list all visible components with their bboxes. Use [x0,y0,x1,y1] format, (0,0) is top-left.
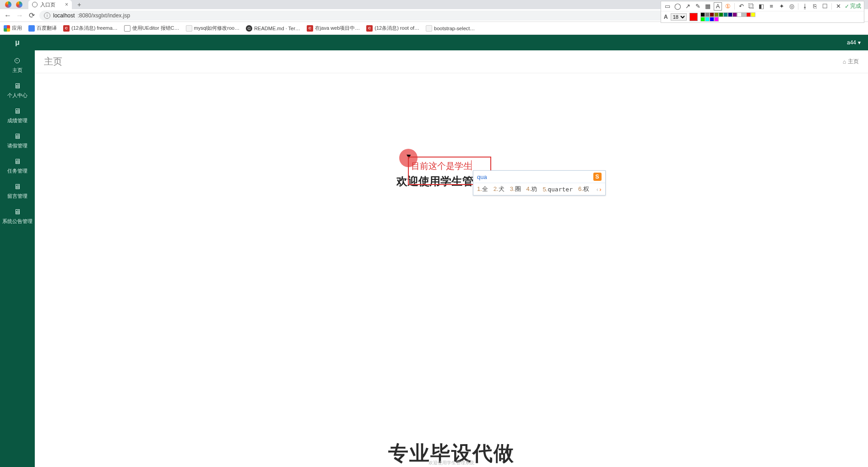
monitor-icon: 🖥 [0,157,35,166]
bookmark-item-6[interactable]: C(12条消息) root of… [366,25,419,32]
forward-button[interactable]: → [16,11,24,20]
color-swatch[interactable] [714,17,719,22]
bookmark-item-3[interactable]: mysql如何修改roo… [186,25,240,32]
color-swatch[interactable] [705,12,710,17]
color-swatch[interactable] [719,12,723,17]
target-icon[interactable]: ◎ [788,3,795,10]
selected-color-swatch[interactable] [689,13,698,21]
url-host: localhost [53,12,75,19]
color-swatch[interactable] [728,12,732,17]
back-button[interactable]: ← [4,11,12,20]
bookmark-item-7[interactable]: bootstrap-select… [426,25,475,32]
ime-candidate[interactable]: 1.全 [477,185,488,193]
sidebar-item-6[interactable]: 🖥系统公告管理 [0,204,35,229]
sidebar-item-0[interactable]: ⏲主页 [0,53,35,78]
sidebar-item-2[interactable]: 🖥成绩管理 [0,103,35,129]
ime-candidate[interactable]: 5.quarter [542,186,573,193]
font-label: A [664,14,668,20]
bookmark-label: 在java web项目中… [315,25,360,32]
ime-candidate[interactable]: 2.犬 [494,185,505,193]
color-swatch[interactable] [705,17,710,22]
app-logo[interactable]: μ [0,38,35,47]
home-icon: ⌂ [843,59,846,65]
breadcrumb[interactable]: ⌂ 主页 [843,58,859,65]
prev-icon[interactable]: ‹ [597,186,598,193]
color-swatch[interactable] [742,12,746,17]
color-swatch[interactable] [732,12,737,17]
rect-tool-icon[interactable]: ▭ [664,3,671,10]
color-swatch[interactable] [737,12,742,17]
sidebar-item-4[interactable]: 🖥任务管理 [0,154,35,179]
sidebar-label: 任务管理 [7,168,27,174]
monitor-icon: 🖥 [0,183,35,191]
sidebar-item-3[interactable]: 🖥请假管理 [0,129,35,154]
crop-icon[interactable]: ⿻ [748,3,755,10]
clipboard-icon[interactable]: ⎘ [811,3,819,10]
fav-icon: G [246,25,252,32]
bookmark-item-0[interactable]: 百度翻译 [28,25,57,32]
pin-icon[interactable]: ☐ [821,3,829,10]
ime-candidate[interactable]: 3.圈 [510,185,521,193]
monitor-icon: 🖥 [0,208,35,216]
bookmark-item-2[interactable]: 使用UEditor 报错C… [124,25,179,32]
fav-icon [426,25,432,32]
overlay-icon[interactable]: ◧ [758,3,765,10]
download-icon[interactable]: ⭳ [801,3,808,10]
cancel-icon[interactable]: ✕ [835,3,842,10]
pinned-tab-1[interactable] [3,0,14,9]
content-area: 主页 ⌂ 主页 欢迎使用学生管理系统 专业毕设代做 欢迎使用学生管理系统 目前这… [35,50,868,467]
bookmark-item-5[interactable]: C在java web项目中… [307,25,360,32]
arrow-tool-icon[interactable]: ↗ [684,3,691,10]
bookmark-item-4[interactable]: GREADME.md · Ter… [246,25,300,32]
pencil-tool-icon[interactable]: ✎ [694,3,701,10]
color-swatch[interactable] [723,12,728,17]
fav-icon [28,25,35,32]
page-header: 主页 ⌂ 主页 [35,50,868,73]
sidebar-label: 成绩管理 [7,118,27,123]
ime-input: qua [477,174,487,180]
color-swatch[interactable] [700,17,705,22]
page-title: 主页 [44,55,62,68]
ime-candidate[interactable]: 6.权 [578,185,589,193]
user-menu[interactable]: a44 ▾ [847,39,868,46]
counter-tool-icon[interactable]: ① [724,3,732,10]
reload-button[interactable]: ⟳ [27,11,36,20]
color-swatch[interactable] [751,12,755,17]
next-icon[interactable]: › [599,186,601,193]
done-button[interactable]: ✓完成 [845,2,861,10]
pinned-tab-2[interactable] [14,0,25,9]
site-info-icon[interactable]: i [44,12,50,19]
active-tab[interactable]: 入口页 × [28,0,72,9]
sidebar-label: 系统公告管理 [2,218,33,224]
mosaic-tool-icon[interactable]: ▦ [704,3,711,10]
text-tool-icon[interactable]: A [714,3,722,10]
color-swatch[interactable] [700,12,705,17]
app-header: μ a44 ▾ [0,35,868,50]
undo-icon[interactable]: ↶ [738,3,745,10]
ime-candidate[interactable]: 4.劝 [526,185,537,193]
url-path: :8080/xsglxt/index.jsp [77,12,130,19]
sidebar: ⏲主页🖥个人中心🖥成绩管理🖥请假管理🖥任务管理🖥留言管理🖥系统公告管理 [0,50,35,467]
align-icon[interactable]: ≡ [768,3,775,10]
close-tab-icon[interactable]: × [65,1,68,8]
font-size-select[interactable]: 18 [671,13,687,21]
sidebar-item-5[interactable]: 🖥留言管理 [0,179,35,204]
tab-title: 入口页 [40,1,55,8]
magic-icon[interactable]: ✦ [778,3,785,10]
color-swatch[interactable] [714,12,719,17]
fav-icon: C [366,25,373,32]
snip-tools-row: ▭ ◯ ↗ ✎ ▦ A ① ↶ ⿻ ◧ ≡ ✦ ◎ ⭳ ⎘ ☐ ✕ ✓完成 [661,1,864,11]
color-swatch[interactable] [710,12,714,17]
color-swatch[interactable] [710,17,714,22]
watermark-small: 欢迎使用学生管理系统 [429,460,474,466]
apps-shortcut[interactable]: 应用 [4,25,22,32]
color-swatch[interactable] [746,12,751,17]
bookmark-item-1[interactable]: C(12条消息) freema… [63,25,118,32]
separator [831,3,832,10]
new-tab-button[interactable]: + [75,1,84,8]
ime-page-nav[interactable]: ‹› [597,186,602,193]
circle-tool-icon[interactable]: ◯ [674,3,681,10]
monitor-icon: 🖥 [0,107,35,115]
dashboard-icon: ⏲ [0,57,35,65]
sidebar-item-1[interactable]: 🖥个人中心 [0,78,35,103]
